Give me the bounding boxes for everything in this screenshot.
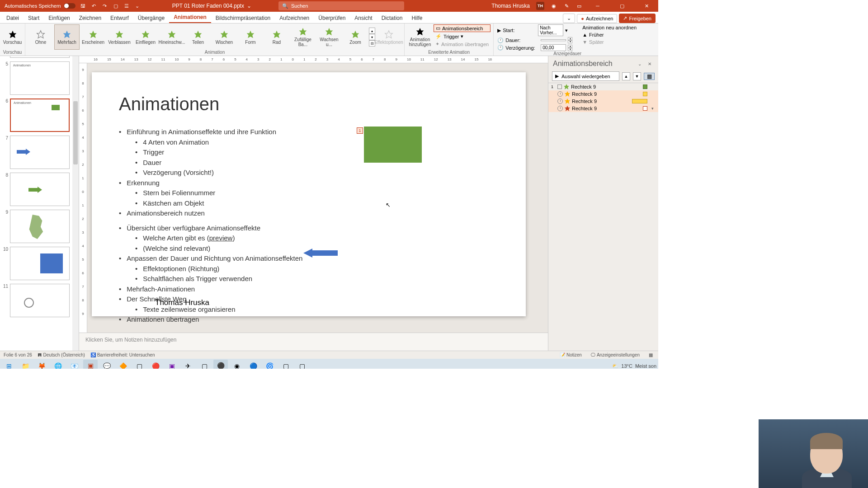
tab-ansicht[interactable]: Ansicht (350, 13, 377, 23)
tab-start[interactable]: Start (24, 13, 44, 23)
slide-count[interactable]: Folie 6 von 26 (4, 352, 32, 357)
undo-icon[interactable]: ↶ (91, 3, 97, 9)
slide-thumb-selected[interactable]: Animationen (10, 99, 70, 132)
notes-placeholder[interactable]: Klicken Sie, um Notizen hinzuzufügen (79, 333, 548, 351)
qat-dropdown-icon[interactable]: ⌄ (134, 3, 141, 9)
slide-thumb[interactable]: Animationen (10, 61, 70, 95)
slide-canvas[interactable]: Animationen Einführung in Animationseffe… (92, 72, 526, 316)
slide-shape-rectangle[interactable] (364, 127, 422, 163)
anim-ohne[interactable]: Ohne (28, 24, 53, 50)
app-icon[interactable]: 💬 (99, 360, 114, 369)
tab-hilfe[interactable]: Hilfe (407, 13, 427, 23)
app-icon[interactable]: ▢ (197, 360, 212, 369)
anim-hineinschw[interactable]: Hineinschw... (159, 24, 184, 50)
animation-row[interactable]: Rechteck 9 (548, 90, 658, 98)
row-dropdown[interactable]: ▾ (649, 106, 656, 111)
notes-toggle[interactable]: 📝 Notizen (558, 352, 584, 357)
display-settings[interactable]: 🖵 Anzeigeeinstellungen (589, 352, 642, 357)
app-icon[interactable]: ▢ (278, 360, 293, 369)
user-avatar[interactable]: TH (536, 2, 544, 10)
app-icon[interactable]: ▢ (132, 360, 146, 369)
verzoegerung-input[interactable]: 00,00 (541, 44, 566, 51)
close-icon[interactable]: ✕ (646, 60, 654, 68)
anim-form[interactable]: Form (238, 24, 263, 50)
chevron-down-icon[interactable]: ▾ (565, 28, 568, 33)
start-button[interactable]: ⊞ (2, 360, 16, 369)
edge-icon[interactable]: 🌀 (262, 360, 277, 369)
app-icon[interactable]: ◉ (230, 360, 244, 369)
coming-soon-icon[interactable]: ◉ (551, 3, 557, 9)
dauer-input[interactable] (541, 39, 566, 41)
redo-icon[interactable]: ↷ (102, 3, 108, 9)
chrome-icon[interactable]: 🌐 (51, 360, 65, 369)
anim-zufaellige[interactable]: Zufällige Ba... (290, 24, 316, 50)
tab-zeichnen[interactable]: Zeichnen (75, 13, 106, 23)
slide-shape-arrow[interactable] (303, 249, 338, 258)
spin-down[interactable]: ▾ (568, 40, 572, 43)
animation-tag[interactable]: 1 (357, 127, 363, 134)
anim-teilen[interactable]: Teilen (185, 24, 211, 50)
firefox-icon[interactable]: 🦊 (34, 360, 49, 369)
gallery-up[interactable]: ▴ (369, 28, 375, 34)
vorschau-button[interactable]: Vorschau (3, 24, 22, 50)
slide-thumb[interactable] (10, 284, 70, 317)
anim-erscheinen[interactable]: Erscheinen (80, 24, 106, 50)
touch-mode-icon[interactable]: ☰ (123, 3, 130, 9)
tab-dictation[interactable]: Dictation (377, 13, 407, 23)
animation-row[interactable]: Rechteck 9 (548, 98, 658, 105)
autosave-toggle[interactable]: Automatisches Speichern (5, 3, 75, 9)
file-explorer-icon[interactable]: 📁 (18, 360, 33, 369)
slide-thumb[interactable] (10, 56, 70, 58)
outlook-icon[interactable]: 📧 (67, 360, 81, 369)
filename[interactable]: PPT 01 Roter Faden 004.pptx⌄ (172, 3, 251, 9)
slide-thumb[interactable] (10, 136, 70, 169)
weather-widget[interactable]: ⛅ 13°C Meist son (612, 363, 656, 369)
frueher-button[interactable]: ▲ Früher (580, 32, 638, 38)
animation-hinzufuegen-button[interactable]: Animation hinzufügen (407, 24, 433, 50)
save-icon[interactable]: 🖫 (80, 3, 86, 9)
start-dropdown[interactable]: Nach Vorher... (538, 24, 563, 36)
anim-rad[interactable]: Rad (264, 24, 289, 50)
app-icon[interactable]: 🔴 (148, 360, 163, 369)
spin-up[interactable]: ▴ (568, 45, 572, 48)
anim-zoom[interactable]: Zoom (343, 24, 368, 50)
animation-row[interactable]: Rechteck 9 ▾ (548, 105, 658, 112)
vlc-icon[interactable]: 🔶 (116, 360, 130, 369)
powerpoint-icon[interactable]: ▣ (83, 360, 98, 369)
anim-mehrfach[interactable]: Mehrfach (54, 24, 80, 50)
tab-einfuegen[interactable]: Einfügen (44, 13, 74, 23)
trigger-button[interactable]: ⚡ Trigger ▾ (434, 33, 491, 40)
username[interactable]: Thomas Hruska (491, 3, 530, 9)
tab-datei[interactable]: Datei (2, 13, 24, 23)
accessibility-status[interactable]: ♿ Barrierefreiheit: Untersuchen (90, 352, 155, 357)
timeline-zoom[interactable]: ▦ (644, 73, 655, 80)
slide-title[interactable]: Animationen (119, 94, 499, 114)
draw-icon[interactable]: ✎ (563, 3, 570, 9)
freigeben-button[interactable]: ↗ Freigeben (619, 14, 656, 23)
anim-verblassen[interactable]: Verblassen (107, 24, 132, 50)
collapse-ribbon-button[interactable]: ⌄ (563, 14, 575, 23)
tab-animationen[interactable]: Animationen (169, 12, 211, 23)
play-selection-button[interactable]: ▶ Auswahl wiedergeben (552, 71, 619, 81)
close-button[interactable]: ✕ (637, 0, 656, 12)
anim-wischen[interactable]: Wischen (212, 24, 237, 50)
slide-bullets[interactable]: Einführung in Animationseffekte und ihre… (119, 127, 499, 137)
telegram-icon[interactable]: ✈ (181, 360, 195, 369)
anim-wachsen[interactable]: Wachsen u... (316, 24, 342, 50)
tab-bildschirm[interactable]: Bildschirmpräsentation (211, 13, 275, 23)
ribbon-mode-icon[interactable]: ▭ (576, 3, 582, 9)
slide-thumb[interactable] (10, 210, 70, 243)
app-icon[interactable]: ▢ (295, 360, 309, 369)
anim-einfliegen[interactable]: Einfliegen (133, 24, 158, 50)
obs-icon[interactable]: ⚫ (213, 360, 228, 369)
slide-thumb[interactable] (10, 247, 70, 280)
animationsbereich-button[interactable]: ▭ Animationsbereich (434, 24, 491, 32)
tab-uebergaenge[interactable]: Übergänge (133, 13, 169, 23)
app-icon[interactable]: 🔵 (246, 360, 260, 369)
slide-thumb[interactable] (10, 173, 70, 206)
scrollbar[interactable] (72, 56, 79, 351)
tab-ueberpruefen[interactable]: Überprüfen (314, 13, 350, 23)
spin-up[interactable]: ▴ (568, 37, 572, 40)
view-normal-icon[interactable]: ▦ (647, 352, 655, 357)
tab-entwurf[interactable]: Entwurf (106, 13, 133, 23)
